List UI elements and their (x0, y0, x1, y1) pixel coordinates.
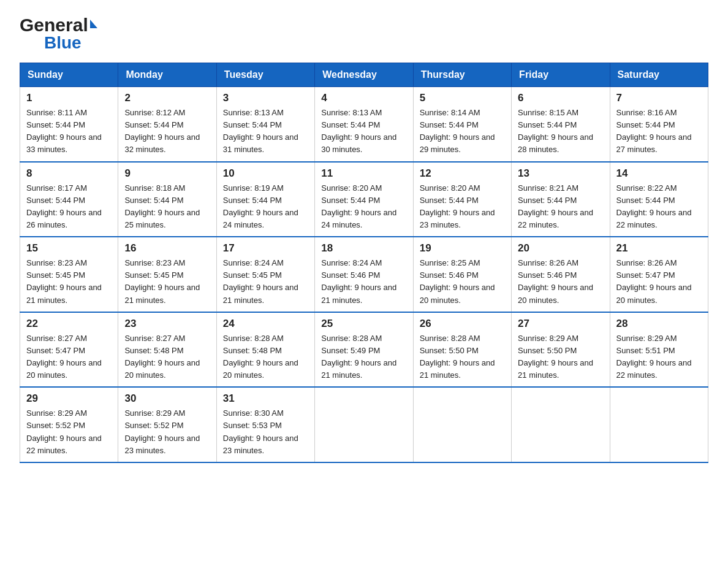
day-number: 19 (420, 242, 505, 255)
day-info: Sunrise: 8:12 AMSunset: 5:44 PMDaylight:… (124, 108, 200, 154)
day-info: Sunrise: 8:29 AMSunset: 5:50 PMDaylight:… (518, 334, 593, 380)
calendar-cell: 7 Sunrise: 8:16 AMSunset: 5:44 PMDayligh… (610, 87, 708, 162)
day-number: 9 (124, 167, 210, 180)
calendar-cell: 11 Sunrise: 8:20 AMSunset: 5:44 PMDaylig… (315, 162, 413, 237)
day-number: 24 (223, 318, 308, 330)
day-number: 21 (616, 242, 702, 255)
calendar-cell (315, 387, 413, 462)
calendar-week-4: 22 Sunrise: 8:27 AMSunset: 5:47 PMDaylig… (20, 312, 708, 388)
calendar-cell: 5 Sunrise: 8:14 AMSunset: 5:44 PMDayligh… (413, 87, 511, 162)
calendar-cell: 2 Sunrise: 8:12 AMSunset: 5:44 PMDayligh… (118, 87, 216, 162)
page-header: General Blue (20, 15, 708, 53)
day-info: Sunrise: 8:30 AMSunset: 5:53 PMDaylight:… (223, 408, 298, 454)
day-info: Sunrise: 8:18 AMSunset: 5:44 PMDaylight:… (124, 183, 200, 229)
calendar-cell: 14 Sunrise: 8:22 AMSunset: 5:44 PMDaylig… (610, 162, 708, 237)
calendar-cell: 22 Sunrise: 8:27 AMSunset: 5:47 PMDaylig… (20, 312, 118, 388)
day-number: 15 (26, 242, 112, 255)
calendar-week-5: 29 Sunrise: 8:29 AMSunset: 5:52 PMDaylig… (20, 387, 708, 462)
weekday-header-wednesday: Wednesday (315, 63, 413, 87)
logo-text-general: General (20, 15, 88, 36)
day-number: 23 (124, 318, 210, 330)
day-info: Sunrise: 8:26 AMSunset: 5:46 PMDaylight:… (518, 258, 593, 304)
day-number: 16 (124, 242, 210, 255)
day-info: Sunrise: 8:20 AMSunset: 5:44 PMDaylight:… (420, 183, 495, 229)
calendar-cell: 29 Sunrise: 8:29 AMSunset: 5:52 PMDaylig… (20, 387, 118, 462)
weekday-header-monday: Monday (118, 63, 216, 87)
day-info: Sunrise: 8:21 AMSunset: 5:44 PMDaylight:… (518, 183, 593, 229)
day-info: Sunrise: 8:27 AMSunset: 5:48 PMDaylight:… (124, 334, 200, 380)
day-number: 8 (26, 167, 112, 180)
calendar-cell: 6 Sunrise: 8:15 AMSunset: 5:44 PMDayligh… (512, 87, 610, 162)
day-number: 31 (223, 393, 308, 405)
weekday-header-sunday: Sunday (20, 63, 118, 87)
calendar-cell: 18 Sunrise: 8:24 AMSunset: 5:46 PMDaylig… (315, 237, 413, 312)
calendar-cell: 9 Sunrise: 8:18 AMSunset: 5:44 PMDayligh… (118, 162, 216, 237)
day-number: 22 (26, 318, 112, 330)
weekday-header-thursday: Thursday (413, 63, 511, 87)
calendar-cell: 27 Sunrise: 8:29 AMSunset: 5:50 PMDaylig… (512, 312, 610, 388)
day-info: Sunrise: 8:13 AMSunset: 5:44 PMDaylight:… (223, 108, 298, 154)
day-number: 10 (223, 167, 308, 180)
calendar-cell: 30 Sunrise: 8:29 AMSunset: 5:52 PMDaylig… (118, 387, 216, 462)
calendar-cell: 16 Sunrise: 8:23 AMSunset: 5:45 PMDaylig… (118, 237, 216, 312)
day-info: Sunrise: 8:19 AMSunset: 5:44 PMDaylight:… (223, 183, 298, 229)
calendar-cell: 21 Sunrise: 8:26 AMSunset: 5:47 PMDaylig… (610, 237, 708, 312)
calendar-table: SundayMondayTuesdayWednesdayThursdayFrid… (20, 63, 708, 463)
day-info: Sunrise: 8:23 AMSunset: 5:45 PMDaylight:… (26, 258, 102, 304)
day-number: 13 (518, 167, 603, 180)
day-number: 20 (518, 242, 603, 255)
day-number: 28 (616, 318, 702, 330)
weekday-header-tuesday: Tuesday (216, 63, 314, 87)
day-info: Sunrise: 8:13 AMSunset: 5:44 PMDaylight:… (321, 108, 396, 154)
calendar-cell: 8 Sunrise: 8:17 AMSunset: 5:44 PMDayligh… (20, 162, 118, 237)
day-number: 27 (518, 318, 603, 330)
day-number: 12 (420, 167, 505, 180)
calendar-cell: 1 Sunrise: 8:11 AMSunset: 5:44 PMDayligh… (20, 87, 118, 162)
calendar-cell: 28 Sunrise: 8:29 AMSunset: 5:51 PMDaylig… (610, 312, 708, 388)
day-info: Sunrise: 8:28 AMSunset: 5:50 PMDaylight:… (420, 334, 495, 380)
day-number: 17 (223, 242, 308, 255)
day-number: 14 (616, 167, 702, 180)
calendar-cell: 12 Sunrise: 8:20 AMSunset: 5:44 PMDaylig… (413, 162, 511, 237)
logo-text-blue: Blue (44, 33, 97, 53)
day-info: Sunrise: 8:27 AMSunset: 5:47 PMDaylight:… (26, 334, 102, 380)
day-info: Sunrise: 8:29 AMSunset: 5:52 PMDaylight:… (26, 408, 102, 454)
calendar-cell: 13 Sunrise: 8:21 AMSunset: 5:44 PMDaylig… (512, 162, 610, 237)
day-number: 1 (26, 92, 112, 104)
weekday-header-friday: Friday (512, 63, 610, 87)
calendar-cell (512, 387, 610, 462)
day-info: Sunrise: 8:17 AMSunset: 5:44 PMDaylight:… (26, 183, 102, 229)
day-number: 5 (420, 92, 505, 104)
day-info: Sunrise: 8:29 AMSunset: 5:52 PMDaylight:… (124, 408, 200, 454)
calendar-week-2: 8 Sunrise: 8:17 AMSunset: 5:44 PMDayligh… (20, 162, 708, 237)
day-info: Sunrise: 8:26 AMSunset: 5:47 PMDaylight:… (616, 258, 692, 304)
day-number: 3 (223, 92, 308, 104)
calendar-cell: 10 Sunrise: 8:19 AMSunset: 5:44 PMDaylig… (216, 162, 314, 237)
day-info: Sunrise: 8:15 AMSunset: 5:44 PMDaylight:… (518, 108, 593, 154)
logo: General Blue (20, 15, 97, 53)
day-number: 18 (321, 242, 406, 255)
day-info: Sunrise: 8:16 AMSunset: 5:44 PMDaylight:… (616, 108, 692, 154)
day-number: 2 (124, 92, 210, 104)
weekday-header-saturday: Saturday (610, 63, 708, 87)
calendar-cell (610, 387, 708, 462)
day-info: Sunrise: 8:29 AMSunset: 5:51 PMDaylight:… (616, 334, 692, 380)
day-number: 30 (124, 393, 210, 405)
day-info: Sunrise: 8:28 AMSunset: 5:49 PMDaylight:… (321, 334, 396, 380)
calendar-cell: 19 Sunrise: 8:25 AMSunset: 5:46 PMDaylig… (413, 237, 511, 312)
day-info: Sunrise: 8:14 AMSunset: 5:44 PMDaylight:… (420, 108, 495, 154)
day-info: Sunrise: 8:24 AMSunset: 5:46 PMDaylight:… (321, 258, 396, 304)
day-info: Sunrise: 8:22 AMSunset: 5:44 PMDaylight:… (616, 183, 692, 229)
calendar-cell: 15 Sunrise: 8:23 AMSunset: 5:45 PMDaylig… (20, 237, 118, 312)
calendar-cell: 26 Sunrise: 8:28 AMSunset: 5:50 PMDaylig… (413, 312, 511, 388)
day-number: 25 (321, 318, 406, 330)
day-number: 6 (518, 92, 603, 104)
day-info: Sunrise: 8:20 AMSunset: 5:44 PMDaylight:… (321, 183, 396, 229)
calendar-cell: 31 Sunrise: 8:30 AMSunset: 5:53 PMDaylig… (216, 387, 314, 462)
calendar-cell: 23 Sunrise: 8:27 AMSunset: 5:48 PMDaylig… (118, 312, 216, 388)
logo-arrow-icon (90, 20, 97, 28)
day-info: Sunrise: 8:25 AMSunset: 5:46 PMDaylight:… (420, 258, 495, 304)
calendar-cell: 20 Sunrise: 8:26 AMSunset: 5:46 PMDaylig… (512, 237, 610, 312)
calendar-week-1: 1 Sunrise: 8:11 AMSunset: 5:44 PMDayligh… (20, 87, 708, 162)
calendar-cell (413, 387, 511, 462)
